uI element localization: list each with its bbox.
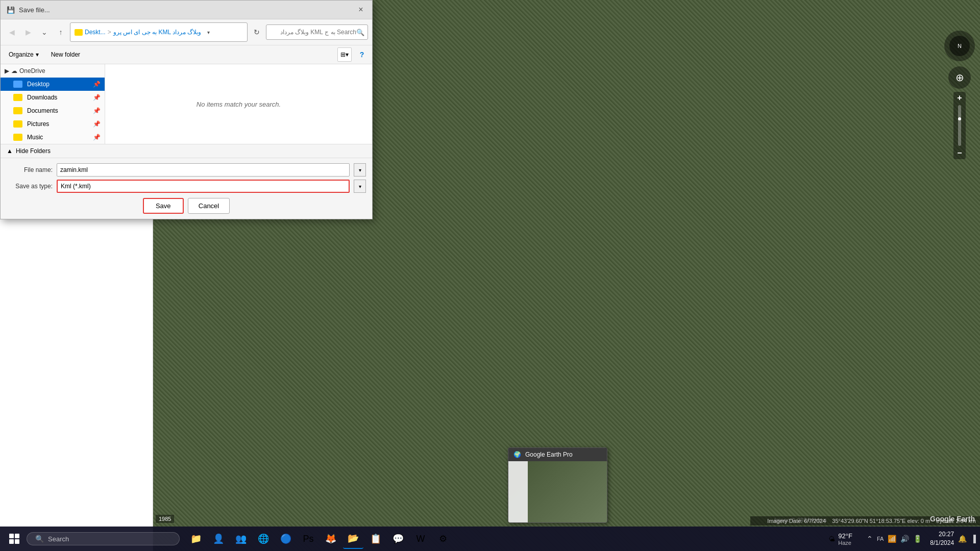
taskbar: 🔍 Search 📁 👤 👥 🌐 🔵 Ps 🦊 📂 📋 💬 W ⚙ 🌤 92°F… (0, 527, 980, 551)
desktop-folder-icon (13, 80, 23, 88)
desktop-show-icon[interactable]: ▐ (971, 535, 976, 543)
clock-time: 20:27 (930, 530, 954, 539)
back-button[interactable]: ◀ (5, 25, 19, 39)
nav-item-downloads[interactable]: Downloads 📌 (1, 91, 105, 104)
nav-item-desktop[interactable]: Desktop 📌 (1, 78, 105, 91)
nav-label: Music (27, 134, 43, 141)
coordinates: 35°43'29.60"N 51°18:53.75"E elev: 0 m (832, 518, 930, 524)
down-button[interactable]: ⌄ (37, 25, 52, 39)
breadcrumb-item-desktop[interactable]: Deskt... (85, 29, 106, 36)
up-button[interactable]: ↑ (54, 25, 68, 39)
filename-label: File name: (7, 166, 53, 173)
breadcrumb-item-path[interactable]: به جی ای اس پرو KML وبلاگ مرداد (113, 29, 202, 36)
battery-icon[interactable]: 🔋 (913, 535, 922, 543)
taskbar-app-teams2[interactable]: 💬 (388, 529, 408, 549)
save-icon: 💾 (7, 6, 15, 14)
zoom-out-button[interactable]: − (953, 147, 966, 159)
taskbar-search-box[interactable]: 🔍 Search (27, 532, 180, 545)
refresh-button[interactable]: ↻ (250, 25, 264, 39)
search-bar[interactable]: 🔍 (266, 24, 368, 40)
weather-condition: Haze (838, 540, 852, 546)
taskbar-clock[interactable]: 20:27 8/1/2024 (930, 530, 954, 547)
save-button[interactable]: Save (143, 198, 184, 214)
organize-arrow-icon: ▾ (36, 51, 39, 58)
filetype-input[interactable] (57, 180, 350, 193)
taskbar-right: 🌤 92°F Haze ⌃ FA 📶 🔊 🔋 20:27 8/1/2024 🔔 … (822, 530, 976, 547)
taskbar-app-photoshop[interactable]: Ps (298, 529, 318, 549)
music-folder-icon (13, 133, 23, 141)
documents-folder-icon (13, 107, 23, 115)
compass-rose[interactable]: N (944, 31, 975, 61)
pin-icon: 📌 (93, 107, 101, 114)
nav-label: Desktop (27, 81, 50, 88)
filetype-label: Save as type: (7, 183, 53, 190)
search-input[interactable] (270, 29, 356, 36)
ge-thumbnail-sidebar (508, 461, 529, 522)
filename-dropdown-button[interactable]: ▾ (354, 163, 366, 177)
taskbar-app-word[interactable]: W (410, 529, 431, 549)
organize-button[interactable]: Organize ▾ (5, 49, 43, 60)
zoom-control: + − (953, 92, 966, 159)
notification-icon[interactable]: 🔔 (958, 535, 967, 543)
content-pane: No items match your search. (105, 64, 372, 144)
view-button[interactable]: ⊞ ▾ (337, 47, 352, 62)
lang-indicator[interactable]: FA (877, 536, 884, 542)
view-dropdown-icon: ▾ (346, 51, 349, 58)
breadcrumb-separator: > (108, 29, 111, 36)
dialog-nav: ◀ ▶ ⌄ ↑ Deskt... > به جی ای اس پرو KML و… (1, 19, 372, 45)
zoom-in-button[interactable]: + (953, 92, 966, 104)
tilt-control[interactable]: ⊕ (948, 66, 971, 89)
ge-thumbnail-title: 🌍 Google Earth Pro (508, 448, 607, 461)
ge-thumbnail[interactable]: 🌍 Google Earth Pro (508, 447, 607, 523)
filetype-row: Save as type: ▾ (7, 180, 366, 193)
hide-folders-bar[interactable]: ▲ Hide Folders (1, 144, 372, 158)
taskbar-app-firefox[interactable]: 🦊 (321, 529, 341, 549)
nav-label: Downloads (27, 94, 57, 101)
pin-icon: 📌 (93, 134, 101, 141)
taskbar-app-settings[interactable]: ⚙ (433, 529, 453, 549)
nav-item-pictures[interactable]: Pictures 📌 (1, 117, 105, 131)
forward-button[interactable]: ▶ (21, 25, 35, 39)
taskbar-app-folder2[interactable]: 📂 (343, 529, 363, 549)
start-button[interactable] (4, 529, 24, 549)
nav-item-documents[interactable]: Documents 📌 (1, 104, 105, 117)
ge-thumbnail-image (508, 461, 607, 522)
taskbar-app-teams[interactable]: 👥 (231, 529, 251, 549)
nav-item-music[interactable]: Music 📌 (1, 131, 105, 144)
filetype-dropdown-button[interactable]: ▾ (354, 180, 366, 193)
filename-input[interactable] (57, 163, 350, 177)
dialog-title: Save file... (19, 6, 50, 14)
taskbar-app-explorer[interactable]: 📁 (186, 529, 206, 549)
speaker-icon[interactable]: 🔊 (900, 535, 909, 543)
cloud-icon: ☁ (11, 67, 17, 74)
cancel-button[interactable]: Cancel (188, 198, 230, 214)
taskbar-app-ie[interactable]: 🔵 (276, 529, 296, 549)
ge-thumb-label: Google Earth Pro (525, 451, 573, 458)
pictures-folder-icon (13, 120, 23, 128)
folder-icon (75, 29, 83, 36)
taskbar-apps: 📁 👤 👥 🌐 🔵 Ps 🦊 📂 📋 💬 W ⚙ (186, 529, 453, 549)
new-folder-button[interactable]: New folder (47, 49, 84, 60)
dialog-bottom: File name: ▾ Save as type: ▾ Save Cancel (1, 158, 372, 219)
dialog-buttons: Save Cancel (7, 198, 366, 214)
breadcrumb-bar: Deskt... > به جی ای اس پرو KML وبلاگ مرد… (70, 22, 248, 42)
pin-icon: 📌 (93, 120, 101, 128)
taskbar-weather[interactable]: 🌤 92°F Haze (822, 532, 859, 546)
ge-logo: Google Earth (930, 515, 975, 523)
help-button[interactable]: ? (356, 48, 368, 61)
dialog-close-button[interactable]: × (356, 5, 366, 15)
nav-item-onedrive[interactable]: ▶ ☁ OneDrive (1, 64, 105, 78)
taskbar-app-person[interactable]: 👤 (208, 529, 229, 549)
breadcrumb-dropdown-button[interactable]: ▾ (203, 25, 213, 39)
hide-folders-arrow-icon: ▲ (7, 147, 13, 155)
chevron-up-icon[interactable]: ⌃ (867, 535, 873, 543)
dialog-content: ▶ ☁ OneDrive Desktop 📌 Downloads 📌 (1, 64, 372, 144)
search-icon: 🔍 (356, 29, 364, 36)
taskbar-search-icon: 🔍 (35, 535, 44, 543)
windows-icon (9, 534, 19, 544)
wifi-icon[interactable]: 📶 (888, 535, 896, 543)
organize-label: Organize (9, 51, 34, 58)
taskbar-app-clipboard[interactable]: 📋 (365, 529, 386, 549)
taskbar-app-edge[interactable]: 🌐 (253, 529, 274, 549)
pin-icon: 📌 (93, 94, 101, 101)
